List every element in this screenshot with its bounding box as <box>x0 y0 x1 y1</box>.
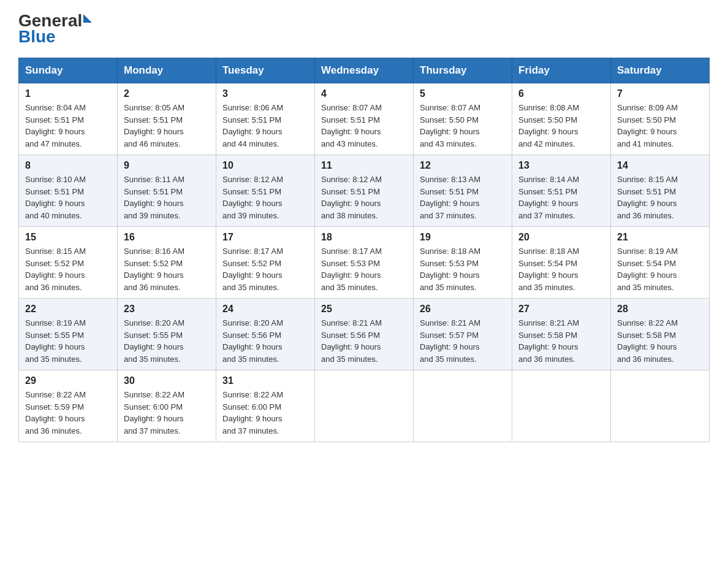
day-info: Sunrise: 8:07 AMSunset: 5:50 PMDaylight:… <box>420 102 506 150</box>
day-info: Sunrise: 8:15 AMSunset: 5:52 PMDaylight:… <box>25 245 111 293</box>
day-number: 26 <box>420 304 506 315</box>
day-number: 14 <box>617 160 703 171</box>
calendar-day-cell: 27Sunrise: 8:21 AMSunset: 5:58 PMDayligh… <box>512 299 611 370</box>
day-info: Sunrise: 8:21 AMSunset: 5:58 PMDaylight:… <box>518 317 604 365</box>
calendar-day-cell: 17Sunrise: 8:17 AMSunset: 5:52 PMDayligh… <box>216 227 315 299</box>
day-info: Sunrise: 8:07 AMSunset: 5:51 PMDaylight:… <box>321 102 407 150</box>
calendar-table: SundayMondayTuesdayWednesdayThursdayFrid… <box>18 58 710 442</box>
calendar-day-cell: 29Sunrise: 8:22 AMSunset: 5:59 PMDayligh… <box>19 370 118 442</box>
logo-arrow-icon <box>83 14 92 23</box>
day-info: Sunrise: 8:04 AMSunset: 5:51 PMDaylight:… <box>25 102 111 150</box>
day-info: Sunrise: 8:17 AMSunset: 5:52 PMDaylight:… <box>222 245 308 293</box>
calendar-day-cell: 14Sunrise: 8:15 AMSunset: 5:51 PMDayligh… <box>611 155 710 227</box>
calendar-header-wednesday: Wednesday <box>315 58 414 83</box>
calendar-day-cell: 18Sunrise: 8:17 AMSunset: 5:53 PMDayligh… <box>315 227 414 299</box>
calendar-empty-cell <box>512 370 611 442</box>
calendar-empty-cell <box>611 370 710 442</box>
day-number: 4 <box>321 88 407 99</box>
calendar-week-row: 8Sunrise: 8:10 AMSunset: 5:51 PMDaylight… <box>19 155 710 227</box>
calendar-day-cell: 9Sunrise: 8:11 AMSunset: 5:51 PMDaylight… <box>118 155 216 227</box>
day-number: 19 <box>420 232 506 243</box>
day-number: 25 <box>321 304 407 315</box>
calendar-header-tuesday: Tuesday <box>216 58 315 83</box>
day-number: 16 <box>124 232 210 243</box>
day-number: 1 <box>25 88 111 99</box>
calendar-header-friday: Friday <box>512 58 611 83</box>
calendar-day-cell: 3Sunrise: 8:06 AMSunset: 5:51 PMDaylight… <box>216 83 315 155</box>
calendar-day-cell: 19Sunrise: 8:18 AMSunset: 5:53 PMDayligh… <box>414 227 512 299</box>
calendar-day-cell: 1Sunrise: 8:04 AMSunset: 5:51 PMDaylight… <box>19 83 118 155</box>
day-info: Sunrise: 8:22 AMSunset: 6:00 PMDaylight:… <box>124 389 210 437</box>
calendar-day-cell: 28Sunrise: 8:22 AMSunset: 5:58 PMDayligh… <box>611 299 710 370</box>
day-info: Sunrise: 8:22 AMSunset: 5:58 PMDaylight:… <box>617 317 703 365</box>
calendar-day-cell: 23Sunrise: 8:20 AMSunset: 5:55 PMDayligh… <box>118 299 216 370</box>
day-info: Sunrise: 8:15 AMSunset: 5:51 PMDaylight:… <box>617 174 703 221</box>
calendar-header-monday: Monday <box>118 58 216 83</box>
day-number: 8 <box>25 160 111 171</box>
day-number: 3 <box>222 88 308 99</box>
calendar-day-cell: 15Sunrise: 8:15 AMSunset: 5:52 PMDayligh… <box>19 227 118 299</box>
calendar-day-cell: 10Sunrise: 8:12 AMSunset: 5:51 PMDayligh… <box>216 155 315 227</box>
calendar-week-row: 29Sunrise: 8:22 AMSunset: 5:59 PMDayligh… <box>19 370 710 442</box>
day-info: Sunrise: 8:18 AMSunset: 5:54 PMDaylight:… <box>518 245 604 293</box>
calendar-header-thursday: Thursday <box>414 58 512 83</box>
calendar-week-row: 15Sunrise: 8:15 AMSunset: 5:52 PMDayligh… <box>19 227 710 299</box>
calendar-day-cell: 16Sunrise: 8:16 AMSunset: 5:52 PMDayligh… <box>118 227 216 299</box>
calendar-day-cell: 4Sunrise: 8:07 AMSunset: 5:51 PMDaylight… <box>315 83 414 155</box>
day-info: Sunrise: 8:18 AMSunset: 5:53 PMDaylight:… <box>420 245 506 293</box>
day-info: Sunrise: 8:13 AMSunset: 5:51 PMDaylight:… <box>420 174 506 221</box>
day-info: Sunrise: 8:06 AMSunset: 5:51 PMDaylight:… <box>222 102 308 150</box>
calendar-day-cell: 22Sunrise: 8:19 AMSunset: 5:55 PMDayligh… <box>19 299 118 370</box>
calendar-header-sunday: Sunday <box>19 58 118 83</box>
calendar-day-cell: 6Sunrise: 8:08 AMSunset: 5:50 PMDaylight… <box>512 83 611 155</box>
calendar-week-row: 1Sunrise: 8:04 AMSunset: 5:51 PMDaylight… <box>19 83 710 155</box>
day-info: Sunrise: 8:19 AMSunset: 5:54 PMDaylight:… <box>617 245 703 293</box>
day-number: 31 <box>222 375 308 386</box>
calendar-day-cell: 11Sunrise: 8:12 AMSunset: 5:51 PMDayligh… <box>315 155 414 227</box>
day-number: 22 <box>25 304 111 315</box>
calendar-day-cell: 24Sunrise: 8:20 AMSunset: 5:56 PMDayligh… <box>216 299 315 370</box>
day-number: 28 <box>617 304 703 315</box>
day-number: 7 <box>617 88 703 99</box>
calendar-day-cell: 25Sunrise: 8:21 AMSunset: 5:56 PMDayligh… <box>315 299 414 370</box>
day-info: Sunrise: 8:12 AMSunset: 5:51 PMDaylight:… <box>321 174 407 221</box>
calendar-day-cell: 26Sunrise: 8:21 AMSunset: 5:57 PMDayligh… <box>414 299 512 370</box>
day-number: 27 <box>518 304 604 315</box>
page-header: General Blue <box>18 12 710 45</box>
day-info: Sunrise: 8:22 AMSunset: 6:00 PMDaylight:… <box>222 389 308 437</box>
calendar-day-cell: 2Sunrise: 8:05 AMSunset: 5:51 PMDaylight… <box>118 83 216 155</box>
calendar-day-cell: 8Sunrise: 8:10 AMSunset: 5:51 PMDaylight… <box>19 155 118 227</box>
day-info: Sunrise: 8:17 AMSunset: 5:53 PMDaylight:… <box>321 245 407 293</box>
day-number: 23 <box>124 304 210 315</box>
day-info: Sunrise: 8:10 AMSunset: 5:51 PMDaylight:… <box>25 174 111 221</box>
calendar-day-cell: 12Sunrise: 8:13 AMSunset: 5:51 PMDayligh… <box>414 155 512 227</box>
day-number: 24 <box>222 304 308 315</box>
calendar-day-cell: 31Sunrise: 8:22 AMSunset: 6:00 PMDayligh… <box>216 370 315 442</box>
day-number: 12 <box>420 160 506 171</box>
day-info: Sunrise: 8:11 AMSunset: 5:51 PMDaylight:… <box>124 174 210 221</box>
day-number: 17 <box>222 232 308 243</box>
calendar-day-cell: 21Sunrise: 8:19 AMSunset: 5:54 PMDayligh… <box>611 227 710 299</box>
calendar-empty-cell <box>315 370 414 442</box>
day-number: 20 <box>518 232 604 243</box>
day-info: Sunrise: 8:14 AMSunset: 5:51 PMDaylight:… <box>518 174 604 221</box>
day-number: 2 <box>124 88 210 99</box>
calendar-day-cell: 30Sunrise: 8:22 AMSunset: 6:00 PMDayligh… <box>118 370 216 442</box>
day-number: 9 <box>124 160 210 171</box>
day-number: 13 <box>518 160 604 171</box>
day-info: Sunrise: 8:22 AMSunset: 5:59 PMDaylight:… <box>25 389 111 437</box>
day-number: 29 <box>25 375 111 386</box>
day-number: 11 <box>321 160 407 171</box>
day-number: 30 <box>124 375 210 386</box>
day-info: Sunrise: 8:12 AMSunset: 5:51 PMDaylight:… <box>222 174 308 221</box>
calendar-header-row: SundayMondayTuesdayWednesdayThursdayFrid… <box>19 58 710 83</box>
day-number: 6 <box>518 88 604 99</box>
calendar-week-row: 22Sunrise: 8:19 AMSunset: 5:55 PMDayligh… <box>19 299 710 370</box>
day-info: Sunrise: 8:19 AMSunset: 5:55 PMDaylight:… <box>25 317 111 365</box>
calendar-day-cell: 5Sunrise: 8:07 AMSunset: 5:50 PMDaylight… <box>414 83 512 155</box>
day-info: Sunrise: 8:20 AMSunset: 5:56 PMDaylight:… <box>222 317 308 365</box>
day-number: 5 <box>420 88 506 99</box>
logo-blue-text: Blue <box>18 28 92 45</box>
day-info: Sunrise: 8:16 AMSunset: 5:52 PMDaylight:… <box>124 245 210 293</box>
calendar-day-cell: 20Sunrise: 8:18 AMSunset: 5:54 PMDayligh… <box>512 227 611 299</box>
